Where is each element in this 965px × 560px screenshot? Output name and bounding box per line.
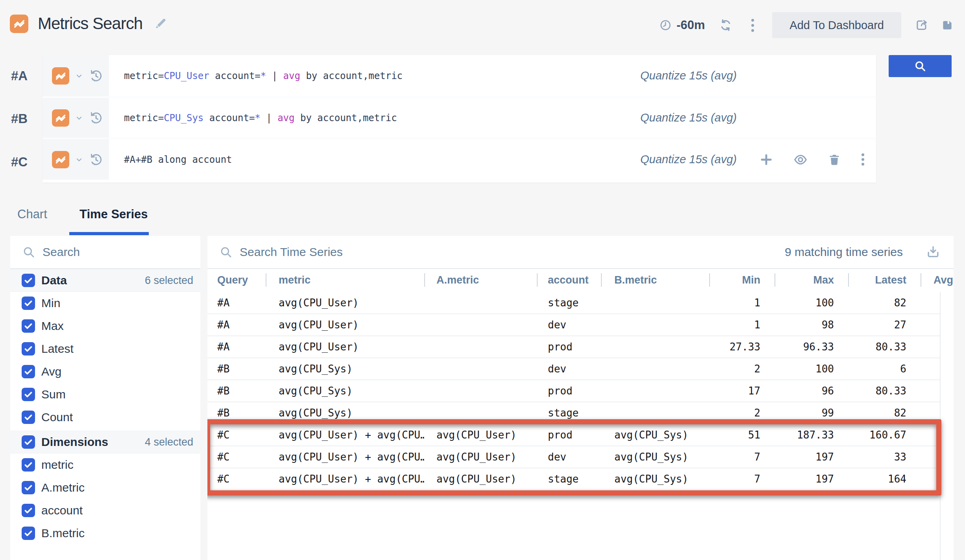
checkbox-checked[interactable] [22, 481, 35, 494]
checkbox-data-section[interactable] [22, 274, 35, 287]
checkbox-checked[interactable] [22, 504, 35, 517]
save-icon[interactable] [941, 18, 954, 32]
checkbox-checked[interactable] [22, 527, 35, 540]
run-search-button[interactable] [889, 55, 952, 77]
metrics-query-type-icon[interactable] [52, 67, 69, 85]
tab-time-series[interactable]: Time Series [79, 207, 148, 221]
column-header-a-metric[interactable]: A.metric [424, 269, 537, 291]
column-header-query[interactable]: Query [207, 269, 266, 291]
sidebar-item-label: A.metric [41, 481, 85, 494]
quantize-label: Quantize 15s (avg) [640, 111, 737, 124]
header-kebab-menu-icon[interactable] [750, 17, 756, 33]
sidebar-data-item[interactable]: Min [10, 292, 200, 315]
column-header-avg[interactable]: Avg [921, 269, 954, 291]
table-toolbar: 9 matching time series [207, 236, 954, 269]
refresh-icon[interactable] [719, 18, 732, 32]
sidebar-dimension-item[interactable]: A.metric [10, 476, 200, 499]
query-row-b[interactable]: metric=CPU_Sys account=* | avg by accoun… [43, 96, 876, 138]
sidebar-data-item[interactable]: Sum [10, 383, 200, 406]
sidebar-item-label: Latest [41, 342, 74, 356]
add-query-icon[interactable] [759, 153, 773, 167]
cell-min: 1 [709, 319, 775, 331]
dimensions-section-header[interactable]: Dimensions 4 selected [10, 431, 200, 453]
query-input-a[interactable]: metric=CPU_User account=* | avg by accou… [124, 70, 403, 81]
time-range-clock-icon[interactable] [659, 19, 672, 31]
metrics-query-type-icon[interactable] [52, 109, 69, 127]
query-history-icon[interactable] [89, 69, 103, 83]
sidebar-search [10, 236, 200, 269]
cell-query: #A [207, 341, 266, 353]
metrics-query-type-icon[interactable] [52, 151, 69, 168]
table-body: #A avg(CPU_User) stage 1 100 82 #A avg(C… [207, 292, 941, 560]
sidebar-data-item[interactable]: Max [10, 315, 200, 337]
checkbox-checked[interactable] [22, 388, 35, 401]
table-row[interactable]: #B avg(CPU_Sys) prod 17 96 80.33 [207, 380, 940, 402]
checkbox-checked[interactable] [22, 342, 35, 356]
sidebar-dimension-item[interactable]: B.metric [10, 522, 200, 545]
table-row[interactable]: #B avg(CPU_Sys) dev 2 100 6 [207, 358, 940, 380]
table-row[interactable]: #A avg(CPU_User) stage 1 100 82 [207, 292, 940, 314]
chevron-down-icon[interactable] [74, 155, 84, 164]
column-header-account[interactable]: account [537, 269, 601, 291]
cell-metric: avg(CPU_User) + avg(CPU… [266, 473, 424, 485]
checkbox-checked[interactable] [22, 365, 35, 378]
column-header-metric[interactable]: metric [266, 269, 424, 291]
table-row[interactable]: #A avg(CPU_User) prod 27.33 96.33 80.33 [207, 336, 940, 358]
cell-max: 187.33 [775, 429, 848, 441]
chevron-down-icon[interactable] [74, 113, 84, 123]
query-input-c[interactable]: #A+#B along account [124, 154, 232, 165]
sidebar-dimension-item[interactable]: metric [10, 453, 200, 476]
quantize-label: Quantize 15s (avg) [640, 69, 737, 82]
column-header-max[interactable]: Max [775, 269, 848, 291]
query-history-icon[interactable] [89, 153, 103, 167]
quantize-label: Quantize 15s (avg) [640, 153, 737, 166]
sidebar-item-label: Min [41, 297, 60, 310]
chevron-down-icon[interactable] [74, 71, 84, 81]
query-row-c[interactable]: #A+#B along account Quantize 15s (avg) [43, 138, 876, 180]
checkbox-dimensions-section[interactable] [22, 435, 35, 449]
add-to-dashboard-button[interactable]: Add To Dashboard [772, 12, 901, 38]
cell-query: #B [207, 385, 266, 397]
sidebar-item-label: Max [41, 319, 64, 333]
download-icon[interactable] [926, 245, 941, 260]
table-row[interactable]: #C avg(CPU_User) + avg(CPU… avg(CPU_User… [207, 424, 940, 446]
eye-visibility-icon[interactable] [793, 152, 808, 167]
sidebar-data-item[interactable]: Count [10, 406, 200, 429]
share-icon[interactable] [915, 18, 929, 32]
trash-delete-icon[interactable] [828, 153, 841, 166]
table-search-input[interactable] [240, 245, 484, 259]
checkbox-checked[interactable] [22, 297, 35, 310]
query-row-b-controls [43, 98, 109, 138]
table-row[interactable]: #C avg(CPU_User) + avg(CPU… avg(CPU_User… [207, 468, 940, 490]
table-row[interactable]: #A avg(CPU_User) dev 1 98 27 [207, 314, 940, 336]
cell-latest: 82 [848, 297, 921, 309]
checkbox-checked[interactable] [22, 458, 35, 472]
column-header-min[interactable]: Min [709, 269, 775, 291]
cell-min: 2 [709, 363, 775, 375]
column-header-b-metric[interactable]: B.metric [601, 269, 709, 291]
query-row-a[interactable]: metric=CPU_User account=* | avg by accou… [43, 55, 876, 96]
cell-max: 197 [775, 473, 848, 485]
column-header-latest[interactable]: Latest [848, 269, 921, 291]
sidebar-data-item[interactable]: Latest [10, 337, 200, 360]
edit-title-pencil-icon[interactable] [153, 17, 168, 31]
sidebar-dimension-item[interactable]: account [10, 499, 200, 522]
table-row[interactable]: #C avg(CPU_User) + avg(CPU… avg(CPU_User… [207, 446, 940, 468]
table-row[interactable]: #B avg(CPU_Sys) stage 2 99 82 [207, 402, 940, 424]
checkbox-checked[interactable] [22, 411, 35, 424]
query-input-b[interactable]: metric=CPU_Sys account=* | avg by accoun… [124, 112, 397, 123]
checkbox-checked[interactable] [22, 319, 35, 333]
cell-query: #C [207, 451, 266, 463]
sidebar-search-input[interactable] [43, 245, 176, 259]
sidebar-item-label: metric [41, 458, 74, 472]
data-section-title: Data [41, 274, 67, 287]
cell-latest: 27 [848, 319, 921, 331]
tab-chart[interactable]: Chart [17, 207, 47, 221]
cell-query: #C [207, 473, 266, 485]
data-section-header[interactable]: Data 6 selected [10, 269, 200, 292]
query-history-icon[interactable] [89, 111, 103, 125]
time-range-value[interactable]: -60m [677, 18, 705, 32]
query-row-kebab-icon[interactable] [861, 153, 865, 166]
sidebar-data-item[interactable]: Avg [10, 360, 200, 383]
query-row-label-c: #C [11, 141, 37, 182]
